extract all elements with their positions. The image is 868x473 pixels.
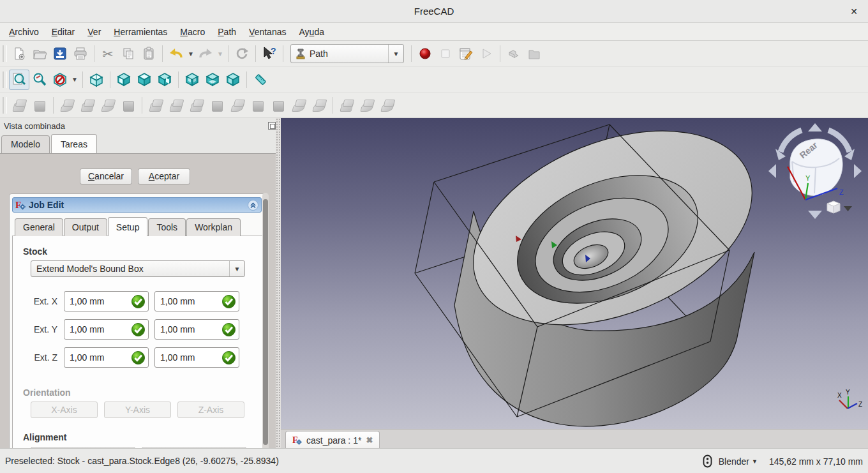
simulator-icon[interactable] [377,95,398,116]
array-icon[interactable] [336,95,357,116]
front-view-icon[interactable] [114,70,134,90]
document-tab-close-icon[interactable]: ✖ [366,435,373,445]
save-icon[interactable] [50,43,70,64]
navigation-style-selector[interactable]: Blender ▼ [719,456,758,467]
rear-view-icon[interactable] [182,70,202,90]
zoom-icon[interactable] [29,70,50,90]
inspect-gcode-icon[interactable] [57,95,77,116]
toolcontroller-icon[interactable] [77,95,98,116]
undo-caret-icon[interactable]: ▼ [186,43,195,64]
macro-play-icon[interactable] [476,43,497,64]
menu-ver[interactable]: Ver [81,24,107,40]
job-edit-header[interactable]: F Job Edit [12,197,262,213]
accept-button[interactable]: Aceptar [138,169,190,184]
ext-y-neg-input[interactable]: 1,00 mm [64,319,149,340]
orientation-label: Orientation [23,387,71,398]
tab-setup[interactable]: Setup [108,217,148,236]
document-tab[interactable]: F cast_para : 1* ✖ [285,431,380,449]
top-view-icon[interactable] [134,70,154,90]
ext-z-row: Ext. Z 1,00 mm 1,00 mm [13,347,255,368]
tab-general[interactable]: General [15,218,63,236]
ext-x-neg-input[interactable]: 1,00 mm [64,291,149,312]
collapse-button[interactable] [248,200,258,211]
toolbit-library-icon[interactable] [118,95,138,116]
drilling-icon[interactable] [227,95,248,116]
tab-output[interactable]: Output [64,218,107,236]
pocket-icon[interactable] [166,95,186,116]
axonometric-view-icon[interactable] [86,70,107,90]
profile-icon[interactable] [146,95,166,116]
scrollbar-thumb[interactable] [263,199,268,445]
paste-icon[interactable] [138,43,159,64]
redo-caret-icon[interactable]: ▼ [216,43,225,64]
face-mill-icon[interactable] [207,95,227,116]
panel-float-icon[interactable] [268,122,276,130]
tab-tareas[interactable]: Tareas [51,134,97,153]
title-bar: FreeCAD ✕ [0,0,868,23]
print-icon[interactable] [70,43,91,64]
freecad-doc-icon: F [15,200,26,210]
menu-ayuda[interactable]: Ayuda [292,24,330,40]
viewport-dimensions: 145,62 mm x 77,10 mm [769,456,863,467]
svg-text:F: F [15,200,21,210]
toolbit-icon[interactable] [98,95,118,116]
3d-viewport[interactable]: Rear Y Z X Y Z [281,118,868,429]
job-icon[interactable] [9,95,29,116]
z-axis-button[interactable]: Z-Axis [177,402,244,418]
refresh-icon[interactable] [232,43,252,64]
workbench-selector[interactable]: Path ▼ [290,44,404,63]
svg-text:?: ? [271,46,276,56]
ext-z-neg-input[interactable]: 1,00 mm [64,347,149,368]
menu-ventanas[interactable]: Ventanas [243,24,292,40]
draw-style-icon[interactable] [50,70,70,90]
adaptive-icon[interactable] [288,95,309,116]
tab-modelo[interactable]: Modelo [1,135,50,153]
ext-y-pos-input[interactable]: 1,00 mm [154,319,239,340]
cancel-button[interactable]: Cancelar [80,169,132,184]
draw-style-caret-icon[interactable]: ▼ [70,70,79,90]
documents-folder-icon[interactable] [524,43,544,64]
ext-x-pos-input[interactable]: 1,00 mm [154,291,239,312]
stock-type-select[interactable]: Extend Model's Bound Box ▼ [31,260,245,277]
panel-splitter[interactable] [276,118,281,448]
copy-operation-icon[interactable] [357,95,377,116]
window-close-button[interactable]: ✕ [848,5,860,18]
valid-check-icon [131,294,146,309]
fit-all-icon[interactable] [9,70,29,90]
whatsthis-icon[interactable]: ? [259,43,280,64]
nav-settings-cube-icon[interactable] [827,201,840,213]
tab-workplan[interactable]: Workplan [186,218,241,236]
menu-macro[interactable]: Macro [174,24,211,40]
ext-z-pos-input[interactable]: 1,00 mm [154,347,239,368]
deburr-icon[interactable] [268,95,288,116]
x-axis-button[interactable]: X-Axis [31,402,98,418]
right-view-icon[interactable] [154,70,175,90]
measure-icon[interactable] [250,70,271,90]
setup-tab-content: Stock Extend Model's Bound Box ▼ Ext. X … [12,236,263,448]
left-view-icon[interactable] [223,70,243,90]
redo-icon[interactable] [195,43,216,64]
cut-icon[interactable]: ✂ [98,43,118,64]
menu-archivo[interactable]: Archivo [3,24,45,40]
menu-path[interactable]: Path [211,24,243,40]
undo-icon[interactable] [166,43,186,64]
new-document-icon[interactable] [9,43,29,64]
macro-record-icon[interactable] [415,43,435,64]
vcarve-icon[interactable] [309,95,329,116]
menu-herramientas[interactable]: Herramientas [107,24,174,40]
y-axis-button[interactable]: Y-Axis [104,402,171,418]
post-process-icon[interactable] [29,95,50,116]
task-scrollbar[interactable] [262,193,269,448]
copy-icon[interactable] [118,43,138,64]
pocket-shape-icon[interactable] [186,95,207,116]
bottom-view-icon[interactable] [202,70,223,90]
engrave-icon[interactable] [248,95,268,116]
open-folder-icon[interactable] [29,43,50,64]
macro-edit-icon[interactable] [456,43,476,64]
dock-overlay-icon[interactable] [504,43,524,64]
nav-y-label: Y [805,174,811,182]
menu-editar[interactable]: Editar [45,24,82,40]
macro-stop-icon[interactable] [435,43,456,64]
tab-tools[interactable]: Tools [148,218,186,236]
document-tab-label: cast_para : 1* [306,435,361,446]
